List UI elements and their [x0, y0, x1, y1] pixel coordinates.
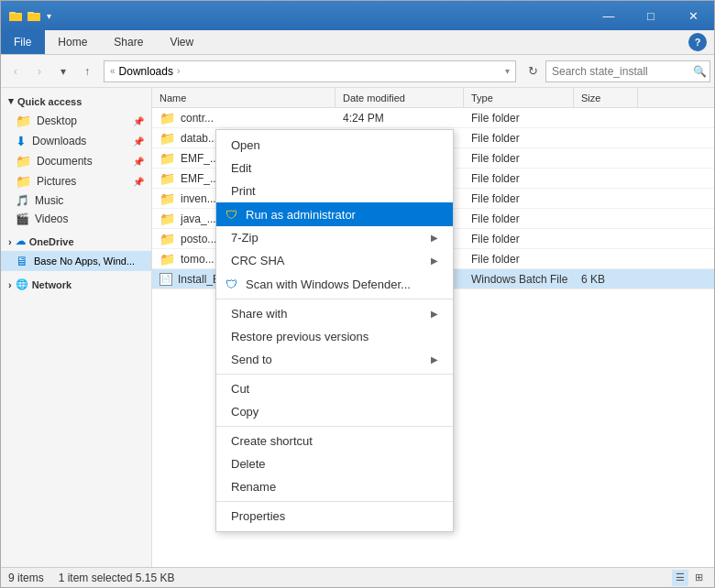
tab-share[interactable]: Share [101, 30, 157, 54]
menu-separator-4 [216, 501, 453, 502]
svg-rect-5 [28, 14, 40, 21]
tab-home[interactable]: Home [45, 30, 101, 54]
folder-icon-r2: 📁 [160, 131, 175, 146]
folder-icon2: 📁 [16, 154, 31, 169]
window-icon [8, 8, 23, 23]
tab-file[interactable]: File [1, 30, 45, 54]
search-box[interactable]: 🔍 [545, 60, 710, 82]
network-icon: 🌐 [16, 278, 28, 290]
title-bar: ▾ — □ ✕ [1, 1, 714, 30]
menu-item-share-with[interactable]: Share with ▶ [216, 302, 453, 325]
menu-item-rename[interactable]: Rename [216, 475, 453, 498]
folder-icon3: 📁 [16, 174, 31, 189]
menu-item-cut[interactable]: Cut [216, 377, 453, 400]
table-row[interactable]: 📁contr... 4:24 PM File folder [152, 108, 714, 128]
shield-icon: 🛡 [224, 207, 238, 222]
menu-separator-1 [216, 299, 453, 299]
maximize-button[interactable]: □ [630, 1, 672, 30]
search-icon: 🔍 [693, 65, 707, 78]
col-header-date[interactable]: Date modified [336, 88, 464, 107]
title-bar-left: ▾ [8, 8, 51, 23]
file-list-header: Name Date modified Type Size [152, 88, 714, 108]
status-bar: 9 items 1 item selected 5.15 KB ☰ ⊞ [1, 567, 714, 587]
selected-info: 1 item selected 5.15 KB [59, 572, 175, 584]
minimize-button[interactable]: — [588, 1, 630, 30]
path-arrow1: « [110, 66, 116, 76]
download-icon: ⬇ [16, 134, 27, 148]
sidebar-item-downloads[interactable]: ⬇ Downloads 📌 [1, 131, 151, 151]
menu-item-7zip[interactable]: 7-Zip ▶ [216, 226, 453, 249]
folder-icon-r6: 📁 [160, 212, 175, 226]
onedrive-header: › ☁ OneDrive [1, 232, 151, 251]
maximize-icon: □ [647, 9, 654, 23]
menu-item-scan-defender[interactable]: 🛡 Scan with Windows Defender... [216, 272, 453, 296]
network-header: › 🌐 Network [1, 275, 151, 294]
menu-item-copy[interactable]: Copy [216, 400, 453, 423]
menu-item-properties[interactable]: Properties [216, 505, 453, 528]
list-view-button[interactable]: ⊞ [690, 570, 707, 586]
folder-icon-r3: 📁 [160, 151, 175, 166]
submenu-arrow-crcsha: ▶ [431, 256, 438, 266]
pin-icon3: 📌 [133, 157, 144, 167]
menu-item-delete[interactable]: Delete [216, 452, 453, 475]
explorer-window: ▾ — □ ✕ File Home Share [0, 0, 715, 588]
minimize-icon: — [603, 9, 615, 23]
menu-item-open[interactable]: Open [216, 134, 453, 157]
sidebar-item-desktop[interactable]: 📁 Desktop 📌 [1, 111, 151, 131]
network-arrow: › [8, 279, 12, 290]
details-view-button[interactable]: ☰ [672, 570, 688, 586]
menu-item-restore-versions[interactable]: Restore previous versions [216, 325, 453, 348]
folder-icon-r7: 📁 [160, 232, 175, 246]
menu-item-print[interactable]: Print [216, 180, 453, 202]
context-menu: Open Edit Print 🛡 Run as administrator 7… [215, 129, 454, 532]
pin-icon: 📌 [133, 116, 144, 126]
menu-separator-2 [216, 374, 453, 375]
col-header-size[interactable]: Size [574, 88, 638, 107]
menu-item-send-to[interactable]: Send to ▶ [216, 348, 453, 371]
recent-locations-button[interactable]: ▾ [52, 60, 74, 82]
up-button[interactable]: ↑ [76, 60, 98, 82]
sidebar-item-this-pc[interactable]: 🖥 Base No Apps, Wind... [1, 251, 151, 271]
defender-icon: 🛡 [224, 277, 238, 291]
refresh-button[interactable]: ↻ [522, 60, 544, 82]
music-icon: 🎵 [16, 194, 29, 207]
ribbon-tabs: File Home Share View ? [1, 30, 714, 54]
submenu-arrow-sendto: ▶ [431, 354, 438, 365]
sidebar-item-pictures[interactable]: 📁 Pictures 📌 [1, 171, 151, 191]
sidebar: ▾ Quick access 📁 Desktop 📌 ⬇ Downloads 📌… [1, 88, 152, 567]
menu-separator-3 [216, 426, 453, 427]
svg-rect-2 [9, 14, 22, 21]
pin-icon2: 📌 [133, 136, 144, 147]
search-input[interactable] [552, 65, 689, 78]
path-forward-arrow: › [177, 66, 180, 76]
window-controls: — □ ✕ [588, 1, 714, 30]
address-bar: ‹ › ▾ ↑ « Downloads › ▾ ↻ 🔍 [1, 55, 714, 88]
menu-item-crcsha[interactable]: CRC SHA ▶ [216, 249, 453, 272]
sidebar-item-videos[interactable]: 🎬 Videos [1, 210, 151, 228]
pc-icon: 🖥 [16, 254, 28, 268]
quick-access-header: ▾ Quick access [1, 92, 151, 111]
back-button[interactable]: ‹ [5, 60, 27, 82]
sidebar-item-music[interactable]: 🎵 Music [1, 191, 151, 210]
address-path[interactable]: « Downloads › ▾ [104, 60, 516, 82]
sidebar-item-documents[interactable]: 📁 Documents 📌 [1, 151, 151, 171]
menu-item-run-as-admin[interactable]: 🛡 Run as administrator [216, 202, 453, 226]
help-button[interactable]: ? [688, 33, 707, 51]
col-header-type[interactable]: Type [464, 88, 574, 107]
tab-view[interactable]: View [157, 30, 207, 54]
address-dropdown[interactable]: ▾ [505, 66, 510, 76]
menu-item-edit[interactable]: Edit [216, 157, 453, 180]
folder-icon-r8: 📁 [160, 252, 175, 267]
menu-item-create-shortcut[interactable]: Create shortcut [216, 430, 453, 452]
path-segment-downloads: Downloads [119, 65, 173, 78]
forward-button[interactable]: › [28, 60, 50, 82]
ribbon: File Home Share View ? [1, 30, 714, 55]
folder-icon-r4: 📁 [160, 171, 175, 186]
batch-file-icon: 📄 [160, 273, 172, 286]
folder-icon-r5: 📁 [160, 191, 175, 206]
close-button[interactable]: ✕ [672, 1, 714, 30]
status-bar-right: ☰ ⊞ [672, 570, 707, 586]
col-header-name[interactable]: Name [152, 88, 336, 107]
ribbon-help: ? [688, 30, 714, 54]
items-count: 9 items [8, 572, 44, 584]
